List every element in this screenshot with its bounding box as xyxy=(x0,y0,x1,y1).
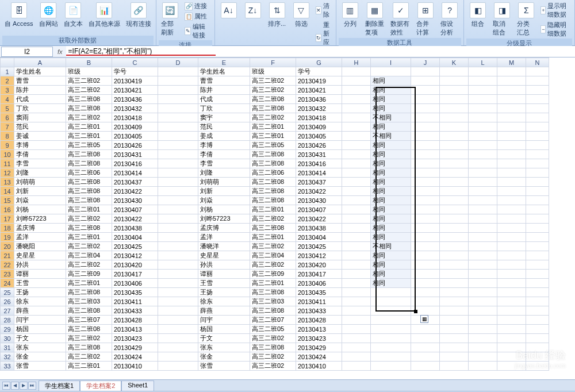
autofill-options-icon[interactable]: ▦ xyxy=(420,315,428,323)
cell-B8[interactable]: 高三二班01 xyxy=(66,132,112,141)
cell-L23[interactable] xyxy=(469,270,497,279)
cell-H15[interactable] xyxy=(342,196,371,205)
cell-D25[interactable] xyxy=(158,288,198,297)
cell-A4[interactable]: 代成 xyxy=(14,95,66,104)
cell-G1[interactable]: 学号 xyxy=(296,67,342,76)
cell-B10[interactable]: 高三二班08 xyxy=(66,150,112,159)
cell-C22[interactable]: 20130420 xyxy=(112,260,158,270)
cell-A2[interactable]: 曹雪 xyxy=(14,76,66,86)
cell-J33[interactable] xyxy=(411,362,440,371)
cell-E5[interactable]: 丁欣 xyxy=(198,104,250,113)
cell-K2[interactable] xyxy=(440,76,469,86)
cell-F29[interactable]: 高三二班05 xyxy=(250,325,296,334)
cell-B21[interactable]: 高三二班04 xyxy=(66,251,112,260)
cell-L6[interactable] xyxy=(469,113,497,122)
cell-I8[interactable]: 不相同 xyxy=(371,132,411,141)
cell-J18[interactable] xyxy=(411,224,440,233)
cell-K17[interactable] xyxy=(440,214,469,224)
row-header-15[interactable]: 15 xyxy=(1,196,14,205)
cell-N7[interactable] xyxy=(526,122,549,132)
cell-C7[interactable]: 20130409 xyxy=(112,122,158,132)
cell-C27[interactable]: 20130433 xyxy=(112,306,158,316)
cell-C21[interactable]: 20130412 xyxy=(112,251,158,260)
cell-D13[interactable] xyxy=(158,178,198,187)
cell-F27[interactable]: 高三二班08 xyxy=(250,306,296,316)
cell-B33[interactable]: 高三二班01 xyxy=(66,362,112,371)
cell-C24[interactable]: 20130406 xyxy=(112,279,158,288)
cell-E20[interactable]: 潘晓洋 xyxy=(198,242,250,251)
cell-E25[interactable]: 王扬 xyxy=(198,288,250,297)
cell-N24[interactable] xyxy=(526,279,549,288)
cell-H22[interactable] xyxy=(342,260,371,270)
cell-M20[interactable] xyxy=(497,242,526,251)
cell-E17[interactable]: 刘晔57223 xyxy=(198,214,250,224)
cell-N13[interactable] xyxy=(526,178,549,187)
tab-nav-last[interactable]: ⏭ xyxy=(28,382,36,390)
cell-A16[interactable]: 刘杨 xyxy=(14,205,66,214)
cell-J31[interactable] xyxy=(411,343,440,352)
btn-text[interactable]: 📄自文本 xyxy=(62,1,85,29)
cell-F3[interactable]: 高三二班02 xyxy=(250,86,296,95)
cell-C11[interactable]: 20130416 xyxy=(112,159,158,168)
cell-K14[interactable] xyxy=(440,187,469,196)
cell-C14[interactable]: 20130422 xyxy=(112,187,158,196)
cell-A13[interactable]: 刘萌萌 xyxy=(14,178,66,187)
cell-M32[interactable] xyxy=(497,352,526,362)
cell-C31[interactable]: 20130429 xyxy=(112,343,158,352)
row-header-23[interactable]: 23 xyxy=(1,270,14,279)
cell-B7[interactable]: 高三二班01 xyxy=(66,122,112,132)
cell-C33[interactable]: 20130410 xyxy=(112,362,158,371)
cell-G5[interactable]: 20130432 xyxy=(296,104,342,113)
cell-N1[interactable] xyxy=(526,67,549,76)
cell-B31[interactable]: 高三二班08 xyxy=(66,343,112,352)
cell-B20[interactable]: 高三二班02 xyxy=(66,242,112,251)
cell-F13[interactable]: 高三二班08 xyxy=(250,178,296,187)
cell-G21[interactable]: 20130412 xyxy=(296,251,342,260)
cell-I7[interactable]: 相同 xyxy=(371,122,411,132)
cell-E31[interactable]: 张东 xyxy=(198,343,250,352)
cell-A27[interactable]: 薛燕 xyxy=(14,306,66,316)
cell-J5[interactable] xyxy=(411,104,440,113)
fill-handle[interactable] xyxy=(414,310,417,313)
cell-G33[interactable]: 20130410 xyxy=(296,362,342,371)
cell-G15[interactable]: 20130430 xyxy=(296,196,342,205)
cell-K25[interactable] xyxy=(440,288,469,297)
row-header-8[interactable]: 8 xyxy=(1,132,14,141)
cell-E4[interactable]: 代成 xyxy=(198,95,250,104)
cell-D4[interactable] xyxy=(158,95,198,104)
cell-B15[interactable]: 高三二班08 xyxy=(66,196,112,205)
cell-F9[interactable]: 高三二班05 xyxy=(250,141,296,150)
cell-L17[interactable] xyxy=(469,214,497,224)
cell-J8[interactable] xyxy=(411,132,440,141)
cell-J21[interactable] xyxy=(411,251,440,260)
cell-C5[interactable]: 20130432 xyxy=(112,104,158,113)
cell-N2[interactable] xyxy=(526,76,549,86)
cell-F33[interactable]: 高三二班02 xyxy=(250,362,296,371)
btn-clear[interactable]: ✕清除 xyxy=(314,1,334,20)
row-header-4[interactable]: 4 xyxy=(1,95,14,104)
cell-C19[interactable]: 20130404 xyxy=(112,233,158,242)
cell-J25[interactable] xyxy=(411,288,440,297)
cell-I33[interactable] xyxy=(371,362,411,371)
cell-I10[interactable]: 相同 xyxy=(371,150,411,159)
row-header-16[interactable]: 16 xyxy=(1,205,14,214)
cell-A8[interactable]: 姜诚 xyxy=(14,132,66,141)
cell-N22[interactable] xyxy=(526,260,549,270)
cell-D16[interactable] xyxy=(158,205,198,214)
cell-L10[interactable] xyxy=(469,150,497,159)
cell-H11[interactable] xyxy=(342,159,371,168)
cell-M9[interactable] xyxy=(497,141,526,150)
col-header-N[interactable]: N xyxy=(526,58,549,67)
cell-H26[interactable] xyxy=(342,297,371,306)
cell-E32[interactable]: 张金 xyxy=(198,352,250,362)
cell-K15[interactable] xyxy=(440,196,469,205)
cell-F8[interactable]: 高三二班01 xyxy=(250,132,296,141)
cell-F12[interactable]: 高三二班06 xyxy=(250,168,296,178)
cell-D7[interactable] xyxy=(158,122,198,132)
cell-G7[interactable]: 20130409 xyxy=(296,122,342,132)
row-header-32[interactable]: 32 xyxy=(1,352,14,362)
btn-group[interactable]: ◧组合 xyxy=(466,1,489,29)
cell-K30[interactable] xyxy=(440,334,469,343)
cell-A33[interactable]: 张雪 xyxy=(14,362,66,371)
row-header-31[interactable]: 31 xyxy=(1,343,14,352)
